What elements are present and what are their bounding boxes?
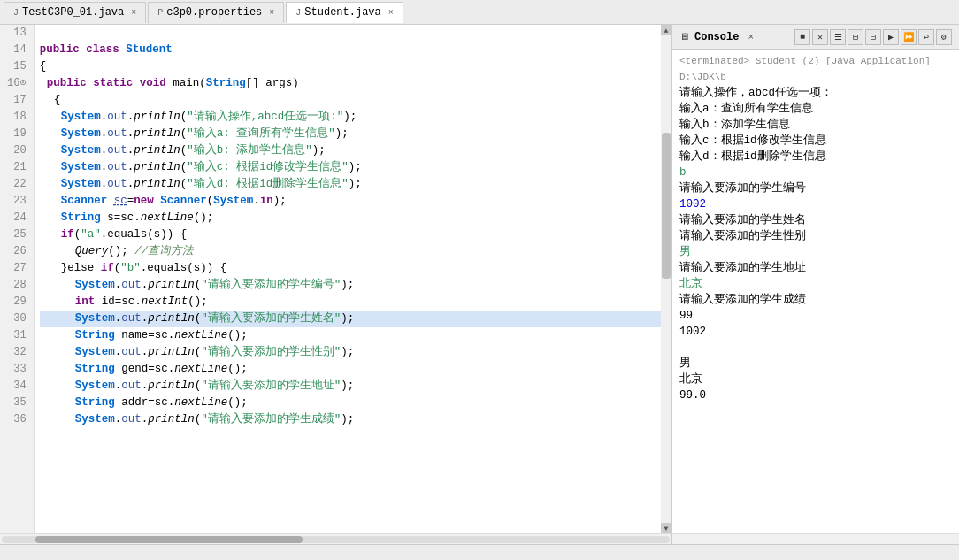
- console-content[interactable]: <terminated> Student (2) [Java Applicati…: [672, 50, 959, 533]
- console-line-10: 请输入要添加的学生成绩: [679, 292, 952, 308]
- console-line-1002b: 1002: [679, 324, 952, 340]
- console-monitor-icon: 🖥: [679, 31, 689, 42]
- scroll-up-arrow[interactable]: ▲: [661, 25, 671, 35]
- props-btn-5[interactable]: ↩: [918, 29, 934, 45]
- console-line-male2: 男: [679, 356, 952, 372]
- code-line-18: System.out.println("请输入操作,abcd任选一项:");: [40, 109, 661, 126]
- code-line-27: }else if("b".equals(s)) {: [40, 260, 661, 277]
- console-line-9: 请输入要添加的学生地址: [679, 260, 952, 276]
- code-line-26: Query(); //查询方法: [40, 243, 661, 260]
- console-line-99: 99: [679, 308, 952, 324]
- code-line-14: public class Student: [40, 42, 661, 58]
- console-line-5: 输入d：根据id删除学生信息: [679, 149, 952, 165]
- console-header: 🖥 Console × ■ ✕ ☰ ⊞ ⊟ ▶ ⏩ ↩ ⚙: [672, 25, 959, 50]
- h-scroll-track[interactable]: [2, 536, 670, 543]
- tab-close-3[interactable]: ×: [388, 8, 394, 18]
- horizontal-scrollbar[interactable]: [0, 533, 671, 544]
- tab-label-3: Student.java: [304, 6, 380, 19]
- console-line-beijing2: 北京: [679, 372, 952, 387]
- console-line-male: 男: [679, 244, 952, 260]
- h-scroll-thumb[interactable]: [35, 536, 303, 543]
- code-line-23: Scanner sc=new Scanner(System.in);: [40, 193, 661, 210]
- console-line-1002a: 1002: [679, 196, 952, 212]
- line-numbers: 13 14 15 16⊙ 17 18 19 20 21 22 23 24 25 …: [0, 25, 35, 533]
- code-area[interactable]: public class Student { public static voi…: [35, 25, 661, 533]
- code-line-35: String addr=sc.nextLine();: [40, 395, 661, 411]
- java-icon-3: J: [295, 8, 301, 18]
- tab-student[interactable]: J Student.java ×: [286, 2, 403, 23]
- code-line-25: if("a".equals(s)) {: [40, 226, 661, 243]
- close-console-icon[interactable]: ×: [748, 32, 754, 42]
- console-toolbar: ■ ✕ ☰ ⊞ ⊟ ▶ ⏩ ↩ ⚙: [794, 29, 952, 45]
- console-line-b: b: [679, 165, 952, 180]
- tab-bar: J TestC3P0_01.java × P c3p0.properties ×…: [0, 0, 959, 25]
- console-line-1: 请输入操作，abcd任选一项：: [679, 85, 952, 101]
- remove-btn[interactable]: ✕: [812, 29, 828, 45]
- code-line-31: String name=sc.nextLine();: [40, 327, 661, 344]
- code-line-24: String s=sc.nextLine();: [40, 210, 661, 226]
- code-line-29: int id=sc.nextInt();: [40, 294, 661, 311]
- main-area: 13 14 15 16⊙ 17 18 19 20 21 22 23 24 25 …: [0, 25, 959, 544]
- editor-content: 13 14 15 16⊙ 17 18 19 20 21 22 23 24 25 …: [0, 25, 671, 533]
- editor-pane: 13 14 15 16⊙ 17 18 19 20 21 22 23 24 25 …: [0, 25, 672, 544]
- scroll-track[interactable]: [661, 35, 671, 523]
- clear-btn[interactable]: ☰: [830, 29, 846, 45]
- code-line-33: String gend=sc.nextLine();: [40, 361, 661, 378]
- code-line-15: {: [40, 58, 661, 75]
- scroll-thumb[interactable]: [662, 133, 671, 279]
- code-line-21: System.out.println("输入c: 根据id修改学生信息");: [40, 159, 661, 176]
- status-bar: [0, 544, 959, 560]
- tab-label-2: c3p0.properties: [166, 6, 262, 19]
- console-line-4: 输入c：根据id修改学生信息: [679, 133, 952, 149]
- console-line-990: 99.0: [679, 387, 952, 403]
- stop-btn[interactable]: ■: [794, 29, 810, 45]
- console-pane: 🖥 Console × ■ ✕ ☰ ⊞ ⊟ ▶ ⏩ ↩ ⚙ <terminate…: [672, 25, 959, 544]
- console-scrollbar[interactable]: [672, 533, 959, 544]
- console-title: Console: [694, 31, 739, 43]
- code-line-13: [40, 25, 661, 42]
- console-line-7: 请输入要添加的学生姓名: [679, 212, 952, 228]
- console-line-6: 请输入要添加的学生编号: [679, 180, 952, 196]
- props-btn-1[interactable]: ⊞: [848, 29, 863, 45]
- java-icon-1: J: [13, 8, 19, 18]
- vertical-scrollbar[interactable]: ▲ ▼: [661, 25, 671, 533]
- code-line-28: System.out.println("请输入要添加的学生编号");: [40, 277, 661, 294]
- console-terminated-line: <terminated> Student (2) [Java Applicati…: [679, 53, 952, 85]
- console-line-empty: [679, 340, 952, 356]
- tab-testc3p0[interactable]: J TestC3P0_01.java ×: [4, 2, 146, 23]
- console-line-8: 请输入要添加的学生性别: [679, 228, 952, 244]
- tab-label-1: TestC3P0_01.java: [22, 6, 124, 19]
- code-line-34: System.out.println("请输入要添加的学生地址");: [40, 378, 661, 395]
- props-btn-2[interactable]: ⊟: [865, 29, 881, 45]
- tab-close-1[interactable]: ×: [131, 8, 136, 18]
- code-line-36: System.out.println("请输入要添加的学生成绩");: [40, 411, 661, 428]
- props-btn-6[interactable]: ⚙: [936, 29, 952, 45]
- console-line-beijing: 北京: [679, 276, 952, 292]
- code-line-19: System.out.println("输入a: 查询所有学生信息");: [40, 126, 661, 142]
- code-line-30: System.out.println("请输入要添加的学生姓名");: [40, 311, 661, 327]
- props-btn-4[interactable]: ⏩: [901, 29, 917, 45]
- tab-close-2[interactable]: ×: [269, 8, 274, 18]
- code-line-22: System.out.println("输入d: 根据id删除学生信息");: [40, 176, 661, 193]
- props-icon: P: [157, 8, 163, 18]
- code-line-16: public static void main(String[] args): [40, 75, 661, 92]
- console-line-2: 输入a：查询所有学生信息: [679, 101, 952, 117]
- scroll-down-arrow[interactable]: ▼: [661, 523, 671, 533]
- code-line-17: {: [40, 92, 661, 109]
- props-btn-3[interactable]: ▶: [883, 29, 899, 45]
- console-line-3: 输入b：添加学生信息: [679, 117, 952, 133]
- code-line-20: System.out.println("输入b: 添加学生信息");: [40, 142, 661, 159]
- tab-c3p0props[interactable]: P c3p0.properties ×: [148, 2, 284, 23]
- code-line-32: System.out.println("请输入要添加的学生性别");: [40, 344, 661, 361]
